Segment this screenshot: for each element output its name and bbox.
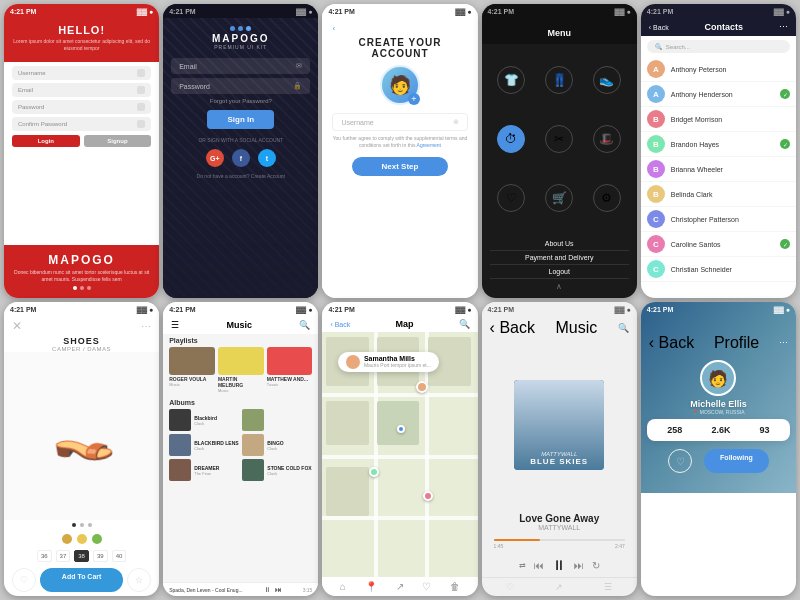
playlist-thumb-2 xyxy=(218,347,264,375)
signin-button[interactable]: Sign In xyxy=(207,110,274,129)
album-4[interactable]: BINGOClack xyxy=(242,434,312,456)
twitter-signin-button[interactable]: t xyxy=(258,149,276,167)
color-gold[interactable] xyxy=(62,534,72,544)
contact-item-belinda[interactable]: B Belinda Clark xyxy=(641,182,796,207)
back-button-8[interactable]: ‹ Back xyxy=(330,321,350,328)
menu-icon-hat[interactable]: 🎩 xyxy=(585,111,629,166)
album-2[interactable] xyxy=(242,409,312,431)
map-view[interactable]: Samantha Mills Mauris Port tempor ipsum … xyxy=(322,332,477,577)
player-heart-icon[interactable]: ♡ xyxy=(506,582,514,592)
album-art-section: MATTYWALL BLUE SKIES xyxy=(482,340,637,509)
contact-item-bridget[interactable]: B Bridget Morrison xyxy=(641,107,796,132)
heart-icon-map[interactable]: ♡ xyxy=(422,581,431,592)
contact-item-brandon[interactable]: B Brandon Hayes ✓ xyxy=(641,132,796,157)
close-button-6[interactable]: ✕ xyxy=(12,319,22,333)
menu-icon-cart[interactable]: 🛒 xyxy=(537,170,581,225)
music-player-bar[interactable]: Spada, Den Leven - Cool Enug... ⏸ ⏭ 3:15 xyxy=(163,582,318,596)
contact-item-christopher[interactable]: C Christopher Patterson xyxy=(641,207,796,232)
album-1[interactable]: BlackbirdClack xyxy=(169,409,239,431)
lock-icon xyxy=(137,103,145,111)
avatar-picker[interactable]: 🧑 + xyxy=(380,65,420,105)
signup-button[interactable]: Signup xyxy=(84,135,152,147)
menu-icon-heart[interactable]: ♡ xyxy=(490,170,534,225)
menu-icon-settings[interactable]: ⚙ xyxy=(585,170,629,225)
login-button[interactable]: Login xyxy=(12,135,80,147)
contact-item-caroline[interactable]: C Caroline Santos ✓ xyxy=(641,232,796,257)
trash-icon[interactable]: 🗑 xyxy=(450,581,460,592)
pants-icon: 👖 xyxy=(545,66,573,94)
forgot-password-link[interactable]: Forgot your Password? xyxy=(210,98,272,104)
google-signin-button[interactable]: G+ xyxy=(206,149,224,167)
music-player-search-icon[interactable]: 🔍 xyxy=(618,323,629,333)
contact-avatar-cp: C xyxy=(647,210,665,228)
favorite-button[interactable]: ☆ xyxy=(127,568,151,592)
menu-icon-scissors[interactable]: ✂ xyxy=(537,111,581,166)
back-button-9[interactable]: ‹ Back xyxy=(490,319,535,337)
username-input[interactable]: Username xyxy=(12,66,151,80)
profile-heart-button[interactable]: ♡ xyxy=(668,449,692,473)
email-field[interactable]: Email ✉ xyxy=(171,58,310,74)
color-green[interactable] xyxy=(92,534,102,544)
play-pause-button[interactable]: ⏸ xyxy=(552,557,566,573)
size-36[interactable]: 36 xyxy=(37,550,52,562)
create-account-link[interactable]: Do not have a account? Create Account xyxy=(197,173,285,179)
back-button-10[interactable]: ‹ Back xyxy=(649,334,694,352)
password-input[interactable]: Password xyxy=(12,100,151,114)
username-field-3[interactable]: Username ⊗ xyxy=(332,113,467,131)
about-us-link[interactable]: About Us xyxy=(490,237,629,251)
contact-item-anthony-h[interactable]: A Anthony Henderson ✓ xyxy=(641,82,796,107)
album-thumb-4 xyxy=(242,434,264,456)
shuffle-button[interactable]: ⇄ xyxy=(519,561,526,570)
location-icon[interactable]: 📍 xyxy=(365,581,377,592)
progress-container[interactable]: 1:45 2:47 xyxy=(482,535,637,553)
repeat-button[interactable]: ↻ xyxy=(592,560,600,571)
menu-icon-shoes[interactable]: 👟 xyxy=(585,52,629,107)
size-37[interactable]: 37 xyxy=(56,550,71,562)
map-search-icon[interactable]: 🔍 xyxy=(459,319,470,329)
share-icon[interactable]: ↗ xyxy=(396,581,404,592)
playlist-3[interactable]: MATTHEW AND... Tusaic xyxy=(267,347,313,393)
facebook-signin-button[interactable]: f xyxy=(232,149,250,167)
password-field[interactable]: Password 🔒 xyxy=(171,78,310,94)
home-icon[interactable]: ⌂ xyxy=(340,581,346,592)
album-5[interactable]: DREAMERThe Fean xyxy=(169,459,239,481)
player-queue-icon[interactable]: ☰ xyxy=(604,582,612,592)
menu-icon-time[interactable]: ⏱ xyxy=(490,111,534,166)
pause-icon[interactable]: ⏸ xyxy=(264,586,271,593)
music-search-icon[interactable]: 🔍 xyxy=(299,320,310,330)
album-3[interactable]: BLACKBIRD LENSClack xyxy=(169,434,239,456)
following-button[interactable]: Following xyxy=(704,449,769,473)
music-menu-icon[interactable]: ☰ xyxy=(171,320,179,330)
playlist-1[interactable]: ROGER VOULA Music xyxy=(169,347,215,393)
email-input[interactable]: Email xyxy=(12,83,151,97)
contact-item-anthony-p[interactable]: A Anthony Peterson xyxy=(641,57,796,82)
avatar-add-icon[interactable]: + xyxy=(408,93,420,105)
menu-icon-tshirt[interactable]: 👕 xyxy=(490,52,534,107)
playlist-2[interactable]: MARTIN MELBURG Music xyxy=(218,347,264,393)
menu-icon-pants[interactable]: 👖 xyxy=(537,52,581,107)
more-options-icon[interactable]: ⋯ xyxy=(141,321,151,332)
size-39[interactable]: 39 xyxy=(93,550,108,562)
back-button-3[interactable]: ‹ xyxy=(332,24,335,33)
add-to-cart-button[interactable]: Add To Cart xyxy=(40,568,123,592)
payment-link[interactable]: Payment and Delivery xyxy=(490,251,629,265)
player-share-icon[interactable]: ↗ xyxy=(555,582,563,592)
confirm-input[interactable]: Confirm Password xyxy=(12,117,151,131)
next-icon[interactable]: ⏭ xyxy=(275,586,282,593)
prev-button[interactable]: ⏮ xyxy=(534,560,544,571)
profile-more-icon[interactable]: ⋯ xyxy=(779,338,788,348)
logout-link[interactable]: Logout xyxy=(490,265,629,279)
size-40[interactable]: 40 xyxy=(112,550,127,562)
contact-item-christian[interactable]: C Christian Schneider xyxy=(641,257,796,282)
agreement-link[interactable]: Agreement xyxy=(417,142,441,148)
next-step-button[interactable]: Next Step xyxy=(352,157,449,176)
map-block-5 xyxy=(377,401,419,445)
contact-item-brianna[interactable]: B Brianna Wheeler xyxy=(641,157,796,182)
album-6[interactable]: STONE COLD FOXClack xyxy=(242,459,312,481)
size-38[interactable]: 38 xyxy=(74,550,89,562)
back-button-5[interactable]: ‹ Back xyxy=(649,24,669,31)
color-yellow[interactable] xyxy=(77,534,87,544)
next-button[interactable]: ⏭ xyxy=(574,560,584,571)
user-location-label: Samantha Mills Mauris Port tempor ipsum … xyxy=(338,352,439,372)
wishlist-button[interactable]: ♡ xyxy=(12,568,36,592)
